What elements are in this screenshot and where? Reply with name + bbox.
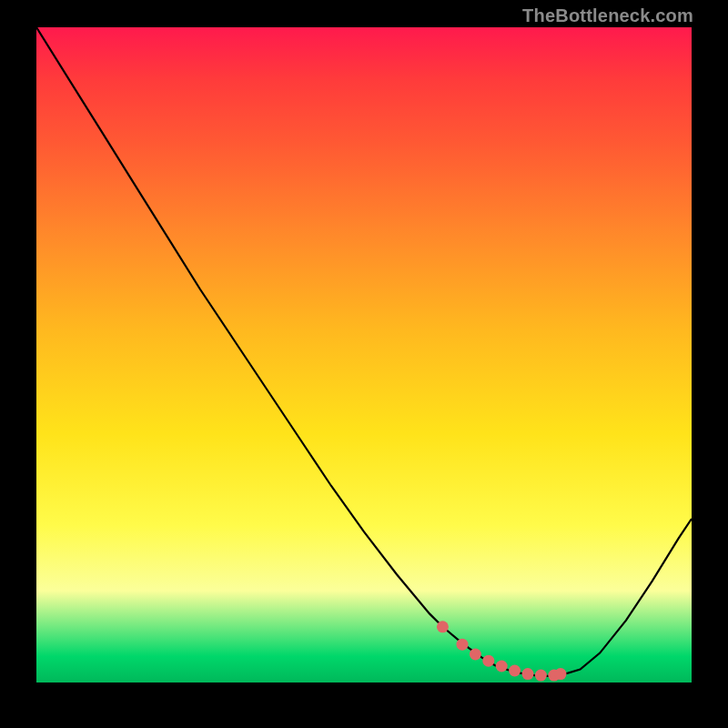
marker-dot: [470, 649, 481, 661]
plot-area: [36, 27, 692, 682]
chart-overlay: [36, 27, 692, 682]
marker-dot: [496, 661, 508, 672]
marker-dot: [522, 668, 534, 680]
marker-dot: [555, 668, 567, 680]
chart-container: TheBottleneck.com: [0, 0, 728, 728]
marker-dot: [509, 665, 521, 677]
marker-dot: [457, 639, 469, 651]
curve-line: [36, 27, 692, 676]
marker-dot: [482, 655, 494, 667]
attribution-text: TheBottleneck.com: [522, 5, 693, 26]
marker-dot: [437, 621, 449, 632]
marker-dots: [437, 621, 567, 681]
marker-dot: [535, 670, 547, 682]
